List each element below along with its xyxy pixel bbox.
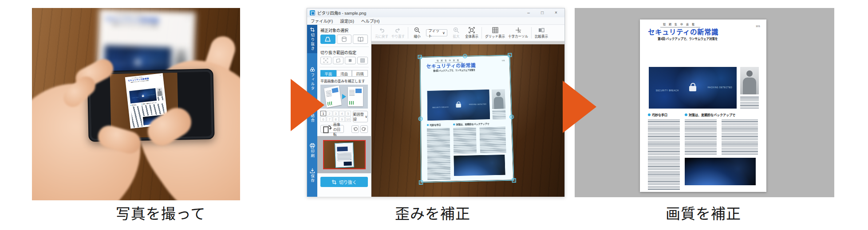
compare-toggle-button[interactable]: 比較表示 [535,27,548,39]
zoom-fit-dropdown[interactable]: フィット∨ [426,29,447,36]
sidebar-item-print[interactable]: 印刷 [307,141,317,160]
photo-step1: 短期集中連載101 セキュリティの新常識 第3回:バックアップで、ランサムウェア… [32,8,240,200]
range-slot-10[interactable]: 10 [345,117,351,122]
zoom-out-icon [414,27,420,33]
rotate-left-icon [353,127,358,132]
close-button[interactable]: × [550,8,562,17]
chevron-down-icon: ∨ [442,31,445,35]
save-icon [310,168,315,173]
crop-icon [331,179,337,185]
selection-handle-top-right[interactable] [508,53,512,57]
trapezoid-icon [324,36,331,42]
correction-panel: 補正対象の選択 切り抜き範囲の指定 平面 湾曲 四隅 平面画像の歪みを補正します [317,25,371,197]
zoom-out-button[interactable]: 縮小 [411,27,423,39]
target-cylinder-button[interactable] [337,35,352,44]
undo-icon [379,27,385,33]
menu-help[interactable]: ヘルプ(H) [358,18,383,24]
range-rect-button[interactable] [345,57,356,64]
range-slot-grid: 1 2 3 4 5 6 7 8 9 10 [320,111,351,122]
toolbar-divider [531,27,532,39]
outlined-rect-icon [360,58,365,63]
toolbar: 元に戻す やり直す 縮小 フィット∨ 拡大 全体表示 グリッド表示 十字カーソル… [371,25,564,41]
range-slot-4[interactable]: 4 [339,111,345,116]
book-icon [357,36,364,42]
zoom-in-icon [453,27,459,33]
cylinder-icon [341,36,347,42]
range-auto-button[interactable] [320,57,331,64]
toolbar-divider [408,27,408,39]
range-register-button[interactable]: 範囲登録∨ [353,111,368,122]
preview-after-thumb [348,87,363,106]
menu-bar: ファイル(F) 設定(S) ヘルプ(H) [307,17,564,25]
redo-button[interactable]: やり直す [391,27,405,39]
range-slot-3[interactable]: 3 [333,111,339,116]
range-quad-button[interactable] [333,57,344,64]
target-book-button[interactable] [353,35,368,44]
range-section-title: 切り抜き範囲の指定 [320,50,368,55]
rotate-right-icon [362,127,367,132]
step-arrow-2 [563,81,596,133]
selection-handle-top-left[interactable] [418,55,422,59]
preview-before-thumb [324,86,342,108]
app-window: ピタリ四角8 - sample.png – □ × ファイル(F) 設定(S) … [307,8,565,197]
result-step3: 短期集中連載101 セキュリティの新常識 第3回:バックアップで、ランサムウェア… [575,8,834,197]
tab-corners[interactable]: 四隅 [352,70,368,77]
edit-canvas[interactable]: 短期集中連載101 セキュリティの新常識 第3回:バックアップで、ランサムウェア… [371,41,564,197]
selection-frame [420,55,514,183]
selection-handle-top[interactable] [462,54,467,58]
title-bar[interactable]: ピタリ四角8 - sample.png – □ × [307,8,564,17]
tab-curved[interactable]: 湾曲 [336,70,352,77]
crop-execute-button[interactable]: 切り抜く [320,177,368,187]
range-full-button[interactable] [357,57,368,64]
divider [320,67,369,67]
filled-rect-icon [347,58,353,63]
correction-preview [320,85,368,109]
full-view-icon [469,27,475,33]
redo-icon [395,27,401,33]
target-flat-button[interactable] [320,35,335,44]
minimize-button[interactable]: – [523,8,534,17]
selection-handle-bottom-right[interactable] [512,178,516,183]
corrected-page: 短期集中連載101 セキュリティの新常識 第3回:バックアップで、ランサムウェア… [640,19,766,192]
chevron-down-icon: ∨ [365,115,367,119]
tab-description: 平面画像の歪みを補正します [320,78,368,83]
caption-step1: 写真を撮って [72,202,249,223]
caption-step2: 歪みを補正 [344,202,521,223]
compare-icon [538,27,544,33]
selection-handle-bottom-left[interactable] [419,180,423,185]
selection-handle-left[interactable] [418,117,423,121]
divider [320,47,369,47]
target-section-title: 補正対象の選択 [320,27,368,33]
crosshair-toggle-button[interactable]: 十字カーソル [508,27,528,39]
page-number: 101 [187,16,191,18]
menu-file[interactable]: ファイル(F) [307,18,336,24]
crop-icon [310,27,315,32]
menu-settings[interactable]: 設定(S) [336,18,358,24]
range-slot-5[interactable]: 5 [345,111,351,116]
zoom-in-button[interactable]: 拡大 [450,27,462,39]
caption-step3: 画質を補正 [615,202,792,223]
rotate-right-button[interactable] [360,125,368,133]
rotate-left-button[interactable] [351,125,359,133]
range-slot-9[interactable]: 9 [339,117,345,122]
full-view-button[interactable]: 全体表示 [465,27,478,39]
sidebar-item-save[interactable]: 保存 [307,166,317,185]
toolbar-divider [481,27,482,39]
printer-icon [310,143,315,148]
photo-on-canvas: 短期集中連載101 セキュリティの新常識 第3回:バックアップで、ランサムウェア… [371,44,564,197]
document-selection[interactable]: 短期集中連載101 セキュリティの新常識 第3回:バックアップで、ランサムウェア… [421,56,513,182]
sidebar-item-crop[interactable]: 切り抜き [307,25,317,53]
selection-handle-right[interactable] [509,114,514,119]
maximize-button[interactable]: □ [537,8,548,17]
undo-button[interactable]: 元に戻す [375,27,388,39]
filter-icon [310,67,315,72]
crosshair-icon [515,27,521,33]
padlock-icon [135,61,140,65]
range-slot-8[interactable]: 8 [333,117,339,122]
range-slot-7[interactable]: 7 [327,117,332,122]
range-slot-2[interactable]: 2 [327,111,332,116]
grid-toggle-button[interactable]: グリッド表示 [485,27,505,39]
tab-flat[interactable]: 平面 [320,70,336,77]
arrow-right-icon [342,94,346,99]
source-thumbnail-selected[interactable] [323,140,366,169]
